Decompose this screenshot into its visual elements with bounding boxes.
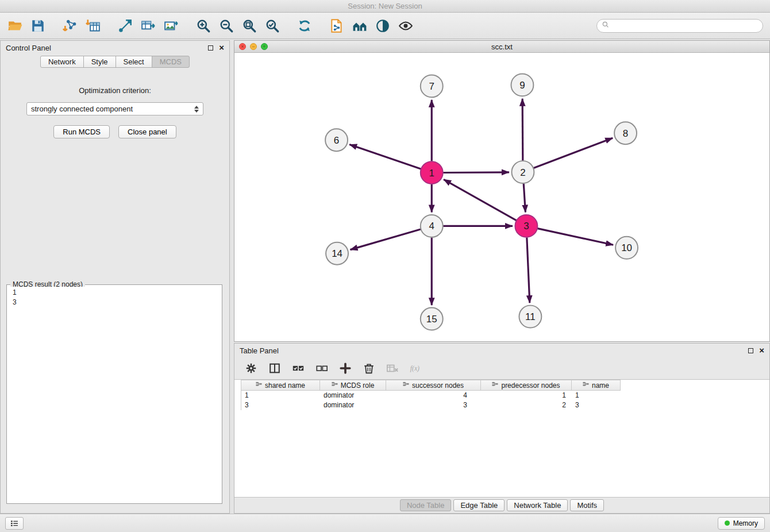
tab-select[interactable]: Select: [116, 56, 152, 68]
criterion-value: strongly connected component: [31, 105, 133, 113]
network-canvas[interactable]: 7968124314101511: [234, 53, 769, 341]
tab-node-table[interactable]: Node Table: [400, 499, 452, 511]
gear-icon[interactable]: [244, 361, 258, 375]
toolbar-icons: [7, 18, 430, 34]
table-cell[interactable]: 2: [481, 400, 572, 410]
node-7[interactable]: 7: [421, 75, 443, 97]
table-panel-header: Table Panel ×: [234, 344, 769, 357]
show-hide-panel-icon[interactable]: [398, 18, 414, 34]
node-1[interactable]: 1: [421, 161, 443, 184]
close-panel-button[interactable]: Close panel: [118, 125, 176, 138]
table-cell[interactable]: 1: [481, 391, 572, 400]
float-panel-icon[interactable]: [208, 45, 213, 51]
table-cell[interactable]: dominator: [320, 391, 386, 400]
open-session-icon[interactable]: [7, 18, 23, 34]
edge-3-1[interactable]: [444, 179, 516, 220]
zoom-fit-icon[interactable]: [241, 18, 257, 34]
table-cell[interactable]: 3: [572, 400, 621, 410]
close-table-panel-icon[interactable]: ×: [759, 348, 764, 353]
edge-2-8[interactable]: [534, 138, 613, 168]
table-cell[interactable]: 3: [241, 400, 320, 410]
zoom-out-icon[interactable]: [218, 18, 234, 34]
node-10[interactable]: 10: [615, 237, 638, 259]
table-cell[interactable]: 4: [386, 391, 481, 400]
dropdown-arrows-icon: [194, 106, 199, 113]
attribute-icon: [492, 381, 498, 390]
zoom-in-icon[interactable]: [195, 18, 211, 34]
svg-text:4: 4: [429, 221, 434, 232]
network-overview-icon[interactable]: [352, 18, 368, 34]
edge-3-10[interactable]: [537, 229, 613, 245]
show-panels-button[interactable]: [5, 517, 24, 530]
column-label: successor nodes: [412, 381, 464, 390]
column-header-shared-name[interactable]: shared name: [241, 380, 320, 391]
refresh-layout-icon[interactable]: [297, 18, 313, 34]
import-network-icon[interactable]: [62, 18, 78, 34]
edge-1-2[interactable]: [443, 172, 509, 173]
add-row-icon[interactable]: [338, 361, 352, 375]
main-area: Control Panel × NetworkStyleSelectMCDS O…: [0, 39, 770, 514]
table-cell[interactable]: dominator: [320, 400, 386, 410]
maximize-window-icon[interactable]: +: [261, 43, 268, 50]
tab-network-table[interactable]: Network Table: [507, 499, 568, 511]
close-panel-icon[interactable]: ×: [219, 45, 224, 51]
table-cell[interactable]: 3: [386, 400, 481, 410]
zoom-selected-icon[interactable]: [264, 18, 280, 34]
memory-button[interactable]: Memory: [718, 517, 765, 530]
table-panel: Table Panel × f(x) shared nameMCDS roles…: [234, 343, 770, 514]
optimization-label: Optimization criterion:: [1, 86, 229, 95]
table-cell[interactable]: 1: [241, 391, 320, 400]
toolbar-icon-group: [62, 18, 101, 34]
delete-row-icon[interactable]: [362, 361, 376, 375]
columns-icon[interactable]: [268, 361, 282, 375]
column-header-successor-nodes[interactable]: successor nodes: [386, 380, 481, 391]
column-header-predecessor-nodes[interactable]: predecessor nodes: [481, 380, 572, 391]
save-session-icon[interactable]: [30, 18, 46, 34]
criterion-dropdown[interactable]: strongly connected component: [26, 102, 203, 115]
tab-edge-table[interactable]: Edge Table: [453, 499, 505, 511]
edge-4-14[interactable]: [351, 229, 421, 250]
apply-style-icon[interactable]: [375, 18, 391, 34]
edge-1-6[interactable]: [349, 144, 421, 169]
network-from-selection-icon[interactable]: [117, 18, 133, 34]
node-8[interactable]: 8: [614, 122, 637, 144]
svg-text:8: 8: [623, 128, 628, 139]
search-box[interactable]: [596, 19, 763, 33]
node-9[interactable]: 9: [511, 74, 533, 96]
close-window-icon[interactable]: ×: [239, 43, 246, 50]
tab-motifs[interactable]: Motifs: [570, 499, 604, 511]
clone-network-icon[interactable]: [329, 18, 345, 34]
table-cell[interactable]: 1: [572, 391, 621, 400]
run-mcds-button[interactable]: Run MCDS: [53, 125, 110, 138]
minimize-window-icon[interactable]: −: [250, 43, 257, 50]
import-network-table-icon[interactable]: [140, 18, 156, 34]
node-3[interactable]: 3: [515, 215, 537, 237]
tab-style[interactable]: Style: [83, 56, 116, 68]
edge-3-11[interactable]: [527, 237, 530, 303]
svg-text:2: 2: [520, 167, 525, 178]
column-header-name[interactable]: name: [572, 380, 621, 391]
svg-text:14: 14: [332, 248, 342, 259]
export-image-icon[interactable]: [163, 18, 179, 34]
table-tabs: Node TableEdge TableNetwork TableMotifs: [234, 498, 769, 513]
node-14[interactable]: 14: [326, 242, 348, 265]
node-6[interactable]: 6: [325, 129, 348, 151]
node-4[interactable]: 4: [421, 215, 443, 237]
edge-2-3[interactable]: [523, 184, 525, 213]
deselect-all-icon[interactable]: [315, 361, 329, 375]
right-area: × − + scc.txt 7968124314101511 Table Pan…: [234, 40, 770, 514]
node-15[interactable]: 15: [421, 308, 443, 330]
import-table-icon[interactable]: [85, 18, 101, 34]
mcds-result-box: MCDS result (2 nodes) 1 3: [6, 284, 222, 504]
column-header-mcds-role[interactable]: MCDS role: [320, 380, 386, 391]
tab-network[interactable]: Network: [40, 56, 84, 68]
edge-2-9[interactable]: [522, 99, 523, 161]
select-all-icon[interactable]: [291, 361, 305, 375]
column-label: name: [592, 381, 609, 390]
search-input[interactable]: [613, 21, 758, 30]
node-2[interactable]: 2: [511, 161, 534, 183]
node-11[interactable]: 11: [519, 306, 541, 328]
float-table-panel-icon[interactable]: [748, 348, 753, 353]
tab-mcds[interactable]: MCDS: [152, 56, 190, 68]
control-panel-tabs: NetworkStyleSelectMCDS: [1, 55, 229, 71]
